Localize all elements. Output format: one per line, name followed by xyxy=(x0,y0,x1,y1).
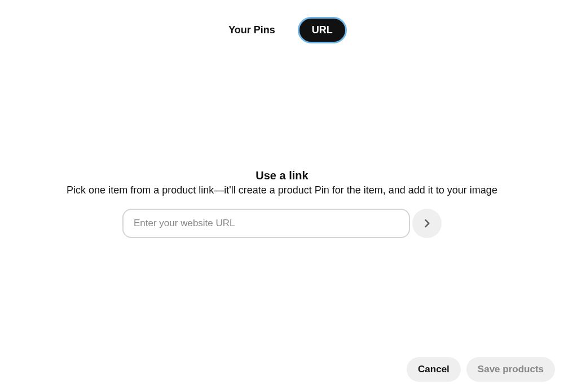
main-content: Use a link Pick one item from a product … xyxy=(0,169,564,238)
url-input-row xyxy=(122,209,442,238)
url-input[interactable] xyxy=(122,209,410,238)
cancel-button[interactable]: Cancel xyxy=(407,357,461,382)
tab-url[interactable]: URL xyxy=(298,17,347,43)
tab-your-pins[interactable]: Your Pins xyxy=(217,17,287,43)
save-products-button[interactable]: Save products xyxy=(466,357,555,382)
submit-url-button[interactable] xyxy=(412,209,442,238)
use-link-subheading: Pick one item from a product link—it'll … xyxy=(67,184,497,196)
chevron-right-icon xyxy=(421,218,433,229)
footer-buttons: Cancel Save products xyxy=(407,357,555,382)
use-link-heading: Use a link xyxy=(255,169,308,182)
tabs-container: Your Pins URL xyxy=(0,0,564,43)
